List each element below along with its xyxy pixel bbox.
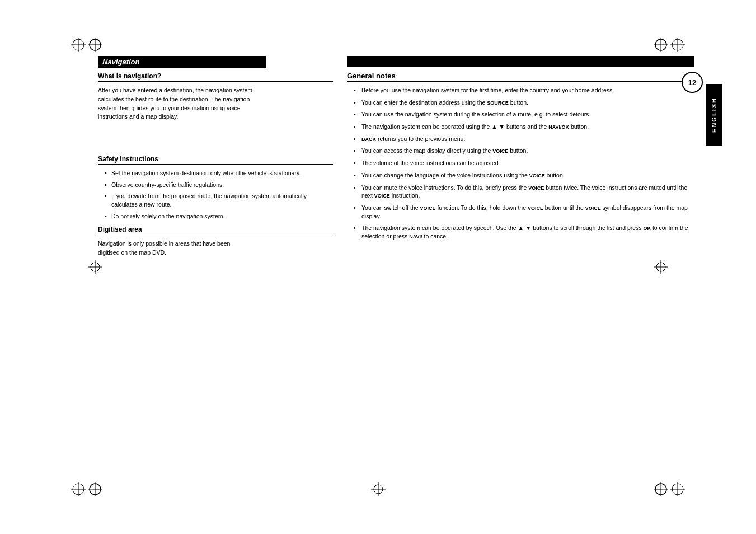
list-item: The navigation system can be operated by… bbox=[354, 224, 694, 240]
list-item: The navigation system can be operated us… bbox=[354, 123, 694, 131]
keyword-back: Back bbox=[361, 137, 376, 142]
section-what-is-nav-title: What is navigation? bbox=[98, 72, 333, 82]
general-notes-title: General notes bbox=[347, 72, 694, 82]
reg-mark-bl bbox=[70, 481, 87, 498]
section-safety-title: Safety instructions bbox=[98, 155, 333, 165]
reg-mark-bl2 bbox=[87, 481, 104, 498]
list-item: Do not rely solely on the navigation sys… bbox=[105, 212, 333, 221]
reg-mark-left-mid bbox=[87, 259, 104, 275]
language-tab: ENGLISH bbox=[706, 84, 722, 146]
section-digitised-title: Digitised area bbox=[98, 226, 333, 235]
list-item: You can change the language of the voice… bbox=[354, 171, 694, 180]
left-column: Navigation What is navigation? After you… bbox=[98, 56, 333, 260]
right-header-bar bbox=[347, 56, 694, 67]
list-item: The volume of the voice instructions can… bbox=[354, 159, 694, 167]
list-item: You can mute the voice instructions. To … bbox=[354, 184, 694, 200]
keyword-voice6: Voice bbox=[528, 205, 543, 211]
section-what-is-nav-body: After you have entered a destination, th… bbox=[98, 86, 333, 121]
list-item: Set the navigation system destination on… bbox=[105, 169, 333, 177]
list-item: If you deviate from the proposed route, … bbox=[105, 192, 333, 208]
reg-mark-tr2 bbox=[669, 36, 686, 53]
keyword-voice1: Voice bbox=[492, 148, 508, 154]
reg-mark-right-mid bbox=[652, 259, 669, 275]
keyword-voice3: Voice bbox=[528, 185, 544, 191]
list-item: Before you use the navigation system for… bbox=[354, 86, 694, 95]
list-item: Observe country-specific traffic regulat… bbox=[105, 181, 333, 189]
keyword-ok: OK bbox=[643, 226, 651, 231]
keyword-voice2: Voice bbox=[529, 173, 545, 179]
right-column: General notes Before you use the navigat… bbox=[347, 56, 694, 245]
safety-instructions-list: Set the navigation system destination on… bbox=[98, 169, 333, 220]
keyword-voice5: Voice bbox=[420, 205, 436, 211]
list-item: Back returns you to the previous menu. bbox=[354, 135, 694, 143]
nav-header-text: Navigation bbox=[102, 58, 139, 66]
page-number-badge: 12 bbox=[682, 72, 703, 93]
nav-header-bar: Navigation bbox=[98, 56, 266, 68]
reg-mark-tl bbox=[70, 36, 87, 53]
section-digitised-body: Navigation is only possible in areas tha… bbox=[98, 240, 333, 257]
reg-mark-br2 bbox=[669, 481, 686, 498]
keyword-navi: Navi/ bbox=[409, 234, 422, 240]
language-tab-label: ENGLISH bbox=[711, 97, 717, 133]
reg-mark-tr bbox=[652, 36, 669, 53]
page-number: 12 bbox=[688, 78, 696, 87]
keyword-naviok: Navi/OK bbox=[548, 124, 569, 130]
list-item: You can access the map display directly … bbox=[354, 147, 694, 155]
reg-mark-tl2 bbox=[87, 36, 104, 53]
list-item: You can enter the destination address us… bbox=[354, 99, 694, 107]
keyword-voice7: Voice bbox=[585, 205, 601, 211]
list-item: You can use the navigation system during… bbox=[354, 110, 694, 119]
list-item: You can switch off the Voice function. T… bbox=[354, 204, 694, 220]
reg-mark-br bbox=[652, 481, 669, 498]
keyword-source: Source bbox=[487, 100, 509, 106]
reg-mark-bottom-center bbox=[370, 481, 387, 498]
general-notes-list: Before you use the navigation system for… bbox=[347, 86, 694, 241]
keyword-voice4: Voice bbox=[374, 193, 390, 199]
